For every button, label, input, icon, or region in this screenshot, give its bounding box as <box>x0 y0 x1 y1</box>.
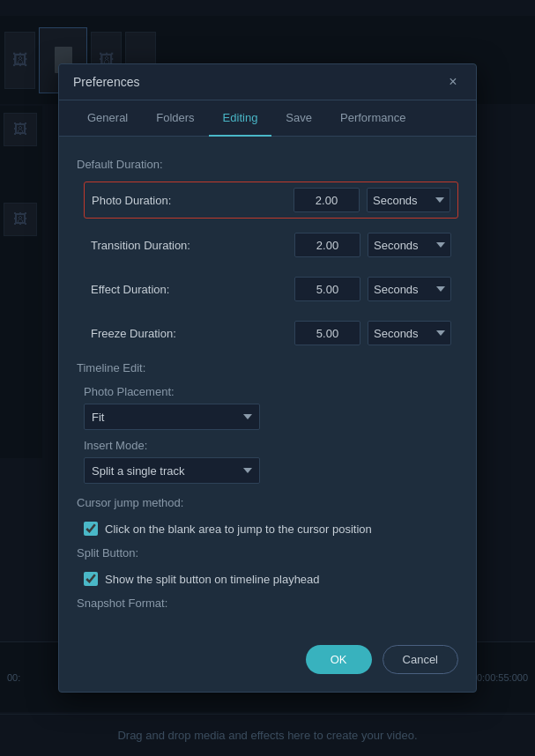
cursor-jump-row: Click on the blank area to jump to the c… <box>77 520 458 537</box>
snapshot-format-section: Snapshot Format: <box>77 597 458 610</box>
tab-editing[interactable]: Editing <box>209 100 272 137</box>
insert-mode-select[interactable]: Split a single track Split all tracks Ri… <box>84 457 260 484</box>
cursor-jump-checkbox[interactable] <box>84 522 98 536</box>
preferences-dialog: Preferences × General Folders Editing Sa… <box>58 63 477 693</box>
split-button-label: Show the split button on timeline playhe… <box>105 573 320 586</box>
freeze-duration-label: Freeze Duration: <box>91 327 294 340</box>
freeze-duration-unit[interactable]: Seconds <box>368 321 451 345</box>
dialog-content: Default Duration: Photo Duration: Second… <box>59 137 476 634</box>
photo-duration-row: Photo Duration: Seconds <box>84 182 458 219</box>
transition-duration-input[interactable] <box>294 233 360 257</box>
tab-save[interactable]: Save <box>271 100 326 137</box>
effect-duration-unit[interactable]: Seconds <box>368 277 451 301</box>
photo-placement-select[interactable]: Fit Stretch Crop <box>84 404 260 430</box>
dialog-title: Preferences <box>73 75 139 89</box>
effect-duration-label: Effect Duration: <box>91 283 294 296</box>
tab-performance[interactable]: Performance <box>326 100 420 137</box>
photo-duration-unit[interactable]: Seconds <box>367 188 450 212</box>
split-button-section: Split Button: Show the split button on t… <box>77 546 458 588</box>
tab-folders[interactable]: Folders <box>142 100 208 137</box>
freeze-duration-row: Freeze Duration: Seconds <box>84 315 458 351</box>
duration-fields: Photo Duration: Seconds Transition Durat… <box>77 182 458 351</box>
transition-duration-row: Transition Duration: Seconds <box>84 227 458 263</box>
tab-general[interactable]: General <box>73 100 142 137</box>
photo-placement-label: Photo Placement: <box>84 385 458 398</box>
timeline-fields: Photo Placement: Fit Stretch Crop Insert… <box>77 385 458 484</box>
transition-duration-unit[interactable]: Seconds <box>368 233 451 257</box>
photo-duration-input[interactable] <box>294 188 360 212</box>
ok-button[interactable]: OK <box>306 645 372 674</box>
photo-duration-label: Photo Duration: <box>92 194 294 207</box>
cursor-jump-section: Cursor jump method: Click on the blank a… <box>77 496 458 537</box>
freeze-duration-input[interactable] <box>294 321 360 345</box>
split-button-checkbox[interactable] <box>84 572 98 586</box>
timeline-edit-header: Timeline Edit: <box>77 361 458 374</box>
dialog-footer: OK Cancel <box>59 634 476 678</box>
cursor-jump-label: Click on the blank area to jump to the c… <box>105 523 372 536</box>
transition-duration-label: Transition Duration: <box>91 239 294 252</box>
cursor-jump-header: Cursor jump method: <box>77 496 458 509</box>
snapshot-format-header: Snapshot Format: <box>77 597 458 610</box>
effect-duration-input[interactable] <box>294 277 360 301</box>
split-button-header: Split Button: <box>77 546 458 560</box>
modal-overlay: Preferences × General Folders Editing Sa… <box>0 0 535 756</box>
dialog-titlebar: Preferences × <box>59 64 476 100</box>
cancel-button[interactable]: Cancel <box>383 645 458 674</box>
dialog-tabs: General Folders Editing Save Performance <box>59 100 476 137</box>
dialog-close-button[interactable]: × <box>444 73 462 91</box>
split-button-row: Show the split button on timeline playhe… <box>77 570 458 588</box>
effect-duration-row: Effect Duration: Seconds <box>84 271 458 307</box>
default-duration-header: Default Duration: <box>77 158 458 171</box>
insert-mode-label: Insert Mode: <box>84 439 458 452</box>
timeline-edit-section: Timeline Edit: Photo Placement: Fit Stre… <box>77 361 458 484</box>
